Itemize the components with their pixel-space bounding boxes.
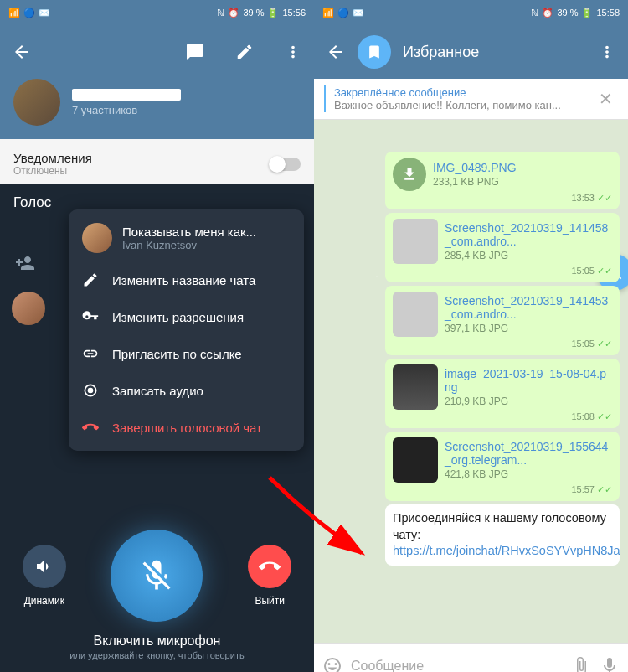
download-icon[interactable] bbox=[393, 158, 426, 191]
hangup-icon bbox=[82, 419, 99, 436]
header: Избранное bbox=[314, 25, 628, 79]
text-message[interactable]: Присоединяйся к нашему голосовому чату: … bbox=[385, 504, 620, 566]
chat-title[interactable]: Избранное bbox=[403, 44, 586, 61]
voice-chat-title: Голос bbox=[13, 194, 51, 210]
context-menu: Показывать меня как... Ivan Kuznetsov Из… bbox=[69, 209, 304, 451]
pencil-icon bbox=[82, 271, 99, 288]
mic-hint: Включить микрофон или удерживайте кнопку… bbox=[0, 633, 314, 660]
file-message[interactable]: Screenshot_20210319_141453_com.andro... … bbox=[385, 286, 620, 355]
close-icon[interactable]: ✕ bbox=[594, 89, 618, 109]
pinned-message[interactable]: Закреплённое сообщение Важное объявление… bbox=[314, 79, 628, 120]
saved-avatar[interactable] bbox=[358, 35, 391, 69]
composer bbox=[314, 643, 628, 672]
edit-icon[interactable] bbox=[235, 43, 254, 61]
member-count: 7 участников bbox=[72, 104, 181, 116]
more-icon[interactable] bbox=[284, 43, 302, 61]
file-message[interactable]: image_2021-03-19_15-08-04.png 210,9 KB J… bbox=[385, 359, 620, 428]
status-bar: 📶🔵✉️ ℕ⏰39 %🔋15:56 bbox=[0, 0, 314, 25]
header bbox=[0, 25, 314, 79]
group-info[interactable]: 7 участников bbox=[0, 79, 314, 139]
group-avatar bbox=[13, 79, 60, 126]
more-icon[interactable] bbox=[598, 43, 616, 61]
chat-icon[interactable] bbox=[185, 42, 205, 62]
bookmark-icon bbox=[366, 44, 383, 60]
mic-button[interactable] bbox=[111, 530, 203, 622]
notifications-toggle[interactable] bbox=[270, 158, 301, 171]
file-message[interactable]: Screenshot_20210319_155644_org.telegram.… bbox=[385, 432, 620, 501]
menu-show-as[interactable]: Показывать меня как... Ivan Kuznetsov bbox=[69, 215, 304, 261]
participant-avatar[interactable] bbox=[12, 292, 45, 325]
group-name-redacted bbox=[72, 89, 181, 101]
mic-icon[interactable] bbox=[600, 656, 620, 673]
status-bar: 📶🔵✉️ ℕ⏰39 %🔋15:58 bbox=[314, 0, 628, 25]
speaker-icon bbox=[34, 556, 54, 576]
key-icon bbox=[82, 308, 99, 325]
exit-button[interactable]: Выйти bbox=[248, 545, 291, 607]
hangup-icon bbox=[259, 556, 281, 577]
menu-end-chat[interactable]: Завершить голосовой чат bbox=[69, 409, 304, 446]
back-icon[interactable] bbox=[12, 42, 32, 62]
link-icon bbox=[82, 345, 99, 362]
call-controls: Динамик Выйти bbox=[0, 530, 314, 622]
chat-area[interactable]: 08:53 ✓✓ IMG_0489.PNG 233,1 KB PNG 13:53… bbox=[314, 120, 628, 643]
menu-record[interactable]: Записать аудио bbox=[69, 372, 304, 409]
thumbnail bbox=[393, 292, 438, 337]
screen-voice-chat: 📶🔵✉️ ℕ⏰39 %🔋15:56 7 участников Уведомлен… bbox=[0, 0, 314, 672]
mic-muted-icon bbox=[138, 557, 175, 594]
menu-rename[interactable]: Изменить название чата bbox=[69, 261, 304, 298]
screen-saved-messages: 📶🔵✉️ ℕ⏰39 %🔋15:58 Избранное Закреплённое… bbox=[314, 0, 628, 672]
thumbnail bbox=[393, 364, 438, 410]
notifications-row[interactable]: Уведомления Отключены bbox=[0, 139, 314, 189]
thumbnail bbox=[393, 219, 438, 264]
back-icon[interactable] bbox=[326, 42, 346, 62]
thumbnail bbox=[393, 437, 438, 483]
attach-icon[interactable] bbox=[571, 656, 591, 673]
add-user-icon[interactable] bbox=[15, 253, 35, 273]
speaker-button[interactable]: Динамик bbox=[23, 545, 66, 607]
file-message[interactable]: Screenshot_20210319_141458_com.andro... … bbox=[385, 213, 620, 282]
emoji-icon[interactable] bbox=[322, 656, 342, 673]
menu-permissions[interactable]: Изменить разрешения bbox=[69, 298, 304, 335]
file-message[interactable]: IMG_0489.PNG 233,1 KB PNG 13:53 ✓✓ bbox=[385, 152, 620, 209]
avatar bbox=[82, 223, 112, 253]
menu-invite-link[interactable]: Пригласить по ссылке bbox=[69, 335, 304, 372]
svg-point-1 bbox=[89, 389, 93, 393]
join-link[interactable]: https://t.me/joinchat/RHvxSoSYVvpHN8Ja bbox=[393, 544, 620, 557]
message-input[interactable] bbox=[351, 659, 563, 673]
record-icon bbox=[82, 382, 99, 399]
